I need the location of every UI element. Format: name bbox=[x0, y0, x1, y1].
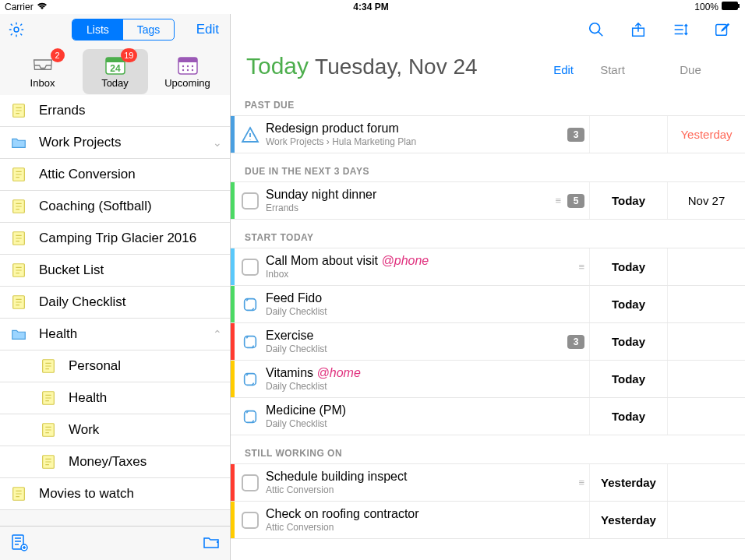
list-label: Health bbox=[39, 326, 213, 342]
task-due: Nov 27 bbox=[667, 182, 745, 219]
list-item[interactable]: Work Projects⌄ bbox=[0, 127, 230, 159]
list-label: Movies to watch bbox=[39, 486, 222, 502]
repeat-icon[interactable] bbox=[235, 323, 266, 360]
battery-icon bbox=[722, 2, 740, 12]
sidebar-header: Lists Tags Edit bbox=[0, 14, 230, 45]
compose-button[interactable] bbox=[712, 19, 733, 40]
task-subtitle: Daily Checklist bbox=[266, 418, 584, 429]
task-title: Redesign product forum bbox=[266, 122, 567, 136]
list-item[interactable]: Coaching (Softball) bbox=[0, 191, 230, 223]
task-subtitle: Daily Checklist bbox=[266, 306, 584, 317]
task-row[interactable]: Medicine (PM) Daily Checklist Today bbox=[231, 398, 745, 435]
task-start: Yesterday bbox=[589, 464, 667, 501]
list-item[interactable]: Health bbox=[0, 382, 230, 414]
tab-upcoming[interactable]: Upcoming bbox=[155, 49, 221, 94]
new-list-button[interactable] bbox=[9, 533, 28, 554]
tasks-edit-button[interactable]: Edit bbox=[519, 63, 574, 76]
task-checkbox[interactable] bbox=[235, 182, 266, 219]
section-start-today: START TODAY bbox=[231, 220, 745, 248]
settings-button[interactable] bbox=[6, 19, 26, 40]
task-list[interactable]: PAST DUE Redesign product forum Work Pro… bbox=[231, 87, 745, 560]
list-item[interactable]: Daily Checklist bbox=[0, 287, 230, 319]
tab-today[interactable]: 19 24 Today bbox=[83, 49, 148, 94]
list-item[interactable]: Bucket List bbox=[0, 255, 230, 287]
repeat-icon[interactable] bbox=[235, 286, 266, 322]
segment-lists[interactable]: Lists bbox=[72, 19, 123, 40]
list-label: Camping Trip Glacier 2016 bbox=[39, 231, 222, 246]
clock: 4:34 PM bbox=[353, 2, 388, 12]
task-icon-warning bbox=[235, 116, 266, 153]
list-item[interactable]: Money/Taxes bbox=[0, 446, 230, 478]
task-row[interactable]: Redesign product forum Work Projects › H… bbox=[231, 116, 745, 153]
tab-today-label: Today bbox=[101, 77, 129, 89]
task-start: Today bbox=[589, 182, 667, 219]
sidebar-edit-button[interactable]: Edit bbox=[196, 22, 224, 37]
new-folder-button[interactable] bbox=[202, 533, 221, 554]
svg-rect-0 bbox=[722, 2, 738, 10]
list-icon bbox=[9, 293, 28, 312]
list-item[interactable]: Camping Trip Glacier 2016 bbox=[0, 223, 230, 255]
svg-point-27 bbox=[590, 23, 600, 33]
list-icon bbox=[9, 197, 28, 216]
task-start bbox=[589, 116, 667, 153]
task-row[interactable]: Check on roofing contractor Attic Conver… bbox=[231, 502, 745, 539]
list-icon bbox=[9, 229, 28, 248]
list-icon bbox=[39, 421, 58, 439]
task-due bbox=[667, 248, 745, 285]
task-subtitle: Attic Conversion bbox=[266, 522, 584, 533]
sidebar: Lists Tags Edit 2 Inbox 19 24 Today bbox=[0, 14, 231, 560]
list-label: Coaching (Softball) bbox=[39, 199, 222, 214]
svg-point-8 bbox=[182, 65, 183, 66]
svg-rect-7 bbox=[178, 58, 197, 62]
task-row[interactable]: Exercise Daily Checklist 3 Today bbox=[231, 323, 745, 361]
section-still-working: STILL WORKING ON bbox=[231, 435, 745, 464]
list-icon bbox=[39, 357, 58, 375]
task-row[interactable]: Feed Fido Daily Checklist Today bbox=[231, 286, 745, 323]
task-due bbox=[667, 464, 745, 501]
chevron-up-icon[interactable]: ⌃ bbox=[213, 328, 222, 340]
task-checkbox[interactable] bbox=[235, 248, 266, 285]
section-next-3-days: DUE IN THE NEXT 3 DAYS bbox=[231, 153, 745, 182]
sidebar-footer bbox=[0, 526, 230, 560]
chevron-down-icon[interactable]: ⌄ bbox=[213, 136, 222, 149]
list-item[interactable]: Errands bbox=[0, 95, 230, 127]
segment-tags[interactable]: Tags bbox=[123, 19, 175, 40]
task-subtitle: Daily Checklist bbox=[266, 381, 584, 392]
svg-text:24: 24 bbox=[110, 63, 121, 74]
task-title: Vitamins @home bbox=[266, 366, 584, 380]
main-pane: Today Tuesday, Nov 24 Edit Start Due PAS… bbox=[231, 14, 745, 560]
subtask-count: 3 bbox=[567, 335, 584, 349]
search-button[interactable] bbox=[586, 19, 606, 40]
task-checkbox[interactable] bbox=[235, 502, 266, 538]
subtask-count: 3 bbox=[567, 128, 584, 142]
list-item[interactable]: Work bbox=[0, 414, 230, 446]
title-today: Today bbox=[246, 53, 309, 79]
task-row[interactable]: Vitamins @home Daily Checklist Today bbox=[231, 361, 745, 398]
repeat-icon[interactable] bbox=[235, 361, 266, 397]
list-item[interactable]: Movies to watch bbox=[0, 478, 230, 510]
task-title: Check on roofing contractor bbox=[266, 507, 584, 521]
task-row[interactable]: Schedule building inspect Attic Conversi… bbox=[231, 464, 745, 502]
repeat-icon[interactable] bbox=[235, 398, 266, 435]
task-title: Feed Fido bbox=[266, 291, 584, 305]
list-tree[interactable]: ErrandsWork Projects⌄Attic ConversionCoa… bbox=[0, 95, 230, 526]
list-item[interactable]: Personal bbox=[0, 350, 230, 382]
inbox-badge: 2 bbox=[51, 48, 65, 62]
tab-inbox[interactable]: 2 Inbox bbox=[10, 49, 76, 94]
task-start: Yesterday bbox=[589, 502, 667, 538]
calendar-upcoming-icon bbox=[177, 55, 199, 76]
task-start: Today bbox=[589, 248, 667, 285]
task-row[interactable]: Call Mom about visit @phone Inbox ≡ Toda… bbox=[231, 248, 745, 286]
task-due bbox=[667, 502, 745, 538]
task-row[interactable]: Sunday night dinner Errands ≡ 5 Today No… bbox=[231, 182, 745, 220]
list-item[interactable]: Health⌃ bbox=[0, 319, 230, 350]
sort-button[interactable] bbox=[670, 19, 690, 40]
share-button[interactable] bbox=[628, 19, 648, 40]
list-item[interactable]: Attic Conversion bbox=[0, 159, 230, 191]
folder-icon bbox=[9, 133, 28, 152]
list-label: Personal bbox=[69, 358, 222, 374]
list-label: Errands bbox=[39, 103, 222, 118]
notes-icon: ≡ bbox=[578, 477, 584, 488]
task-due bbox=[667, 398, 745, 435]
task-checkbox[interactable] bbox=[235, 464, 266, 501]
